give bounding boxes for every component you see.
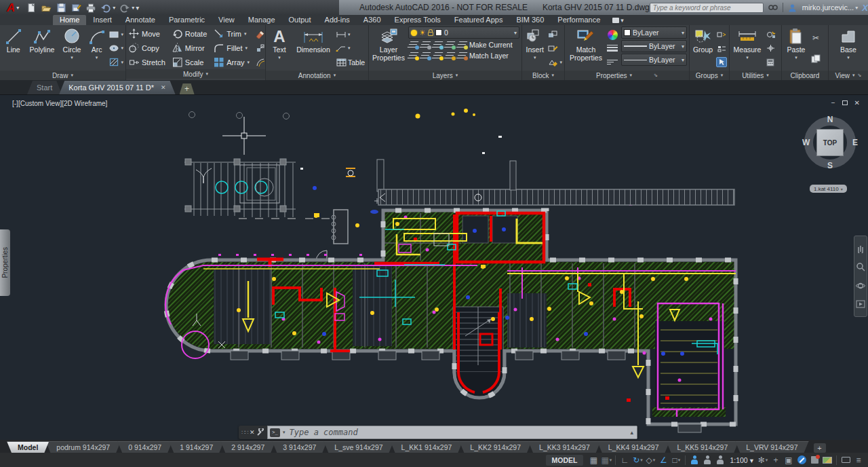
mirror-button[interactable]: Mirror: [171, 42, 208, 54]
layout-tab[interactable]: L_KK1 914x297: [391, 441, 463, 453]
layout-tab[interactable]: L_KK2 914x297: [459, 441, 532, 453]
chevron-down-icon[interactable]: ▾: [121, 32, 123, 37]
redo-dropdown[interactable]: ▾: [132, 5, 134, 11]
ribbon-tab[interactable]: Add-ins: [318, 15, 357, 25]
annotation-visibility-button[interactable]: [689, 455, 700, 466]
rectangle-tool-button[interactable]: [108, 30, 119, 40]
drawing-floor-plan[interactable]: [0, 95, 868, 440]
chevron-down-icon[interactable]: ▾: [244, 31, 247, 37]
ribbon-tab[interactable]: BIM 360: [509, 15, 551, 25]
command-input-area[interactable]: >_ ▾ ▴: [267, 426, 637, 439]
object-color-dropdown[interactable]: ByLayer▾: [621, 26, 687, 39]
ungroup-button[interactable]: [716, 30, 727, 40]
layout-tab[interactable]: L_KK4 914x297: [597, 441, 670, 453]
block-attributes-button[interactable]: [547, 57, 558, 67]
dialog-launcher-icon[interactable]: ⇘: [858, 73, 862, 78]
viewcube[interactable]: N S W E TOP: [804, 117, 856, 168]
chevron-down-icon[interactable]: ▾: [534, 55, 536, 60]
panel-label-clipboard[interactable]: Clipboard: [782, 71, 828, 80]
linear-dimension-button[interactable]: [336, 30, 347, 40]
isolate-objects-button[interactable]: ▣: [783, 455, 794, 466]
qat-customize-dropdown[interactable]: ▾: [136, 4, 139, 12]
model-space-button[interactable]: MODEL: [546, 455, 584, 466]
customization-menu-button[interactable]: ≡: [853, 455, 864, 466]
autodesk-desktop-app-button[interactable]: [822, 455, 833, 466]
scale-button[interactable]: Scale: [171, 56, 208, 68]
new-file-button[interactable]: [26, 2, 37, 13]
plot-button[interactable]: [85, 2, 96, 13]
layer-unisolate-button[interactable]: [420, 51, 431, 60]
chevron-down-icon[interactable]: ▾: [245, 45, 248, 51]
trim-button[interactable]: Trim▾: [212, 28, 251, 39]
color-wheel-icon[interactable]: [607, 30, 618, 40]
ortho-mode-button[interactable]: ∟: [619, 455, 630, 466]
close-icon[interactable]: ✕: [250, 429, 255, 436]
measure-button[interactable]: Measure ▾: [732, 26, 763, 71]
layer-unlock-button[interactable]: [445, 51, 455, 60]
layer-isolate-button[interactable]: [420, 40, 431, 50]
chevron-down-icon[interactable]: ▾: [795, 55, 797, 60]
table-button[interactable]: [336, 57, 347, 67]
panel-label-groups[interactable]: Groups▾: [690, 71, 729, 80]
edit-attributes-button[interactable]: [547, 43, 558, 54]
rotate-button[interactable]: Rotate: [171, 28, 208, 39]
ribbon-tab[interactable]: Performance: [551, 15, 607, 25]
chevron-down-icon[interactable]: ▾: [847, 55, 850, 60]
chevron-down-icon[interactable]: ▾: [121, 45, 123, 51]
panel-label-annotation[interactable]: Annotation▾: [266, 71, 368, 80]
compass-east[interactable]: E: [852, 138, 858, 147]
file-tab-start[interactable]: Start: [27, 81, 62, 94]
layout-tab[interactable]: L_VRV 914x297: [735, 441, 808, 453]
drawing-canvas[interactable]: [-][Custom View][2D Wireframe] − ✕ N S W…: [0, 95, 868, 440]
create-block-button[interactable]: [547, 30, 558, 40]
copy-button[interactable]: Copy: [127, 42, 167, 54]
annotation-alert-button[interactable]: [809, 455, 820, 466]
chevron-down-icon[interactable]: ▾: [96, 55, 98, 60]
base-button[interactable]: Base ▾: [833, 26, 863, 71]
linetype-icon[interactable]: [607, 57, 618, 67]
chevron-down-icon[interactable]: ▾: [283, 430, 285, 435]
leader-button[interactable]: [336, 43, 347, 54]
annotation-scale-button[interactable]: [715, 455, 726, 466]
ribbon-tab[interactable]: Parametric: [162, 15, 212, 25]
panel-label-modify[interactable]: Modify▾: [126, 69, 265, 79]
panel-label-layers[interactable]: Layers▾: [369, 71, 521, 80]
layout-tab[interactable]: podrum 914x297: [45, 441, 121, 453]
compass-north[interactable]: N: [827, 115, 833, 124]
ribbon-tab[interactable]: Annotate: [119, 15, 162, 25]
circle-button[interactable]: Circle ▾: [59, 26, 84, 71]
insert-button[interactable]: Insert ▾: [524, 26, 545, 71]
ribbon-tab[interactable]: Express Tools: [388, 15, 448, 25]
drag-handle-icon[interactable]: ∷∷: [241, 429, 248, 436]
dimension-button[interactable]: Dimension: [293, 26, 334, 71]
linetype-dropdown[interactable]: ByLayer▾: [621, 54, 687, 66]
chevron-down-icon[interactable]: ▾: [746, 55, 749, 60]
explode-button[interactable]: [255, 43, 266, 53]
layer-on-all-button[interactable]: [408, 51, 418, 60]
isometric-drafting-button[interactable]: ◇▾: [645, 455, 656, 466]
ribbon-tab[interactable]: View: [212, 15, 241, 25]
move-button[interactable]: Move: [127, 28, 167, 39]
command-input[interactable]: [288, 427, 628, 438]
quick-calculator-button[interactable]: [765, 57, 776, 67]
chevron-down-icon[interactable]: ▾: [248, 60, 250, 65]
ribbon-collapse-button[interactable]: ▾: [612, 17, 624, 25]
text-button[interactable]: A Text ▾: [268, 26, 291, 71]
graphics-performance-button[interactable]: [796, 455, 807, 466]
new-layout-button[interactable]: +: [814, 443, 826, 453]
chevron-down-icon[interactable]: ▾: [348, 32, 351, 37]
group-edit-button[interactable]: [716, 43, 727, 54]
chevron-down-icon[interactable]: ▾: [278, 55, 281, 60]
group-selection-toggle[interactable]: [716, 57, 727, 67]
layer-thaw-all-button[interactable]: [433, 51, 443, 60]
zoom-icon[interactable]: [855, 261, 866, 272]
polar-tracking-button[interactable]: ↻▾: [632, 455, 643, 466]
command-history-icon[interactable]: ▴: [630, 429, 635, 436]
compass-south[interactable]: S: [827, 161, 833, 170]
quick-select-button[interactable]: [765, 30, 776, 40]
ribbon-tab[interactable]: Home: [53, 15, 86, 25]
redo-button[interactable]: [119, 2, 130, 13]
object-snap-button[interactable]: □▾: [671, 455, 682, 466]
ribbon-tab[interactable]: A360: [357, 15, 388, 25]
grid-display-button[interactable]: ▦: [588, 455, 599, 466]
